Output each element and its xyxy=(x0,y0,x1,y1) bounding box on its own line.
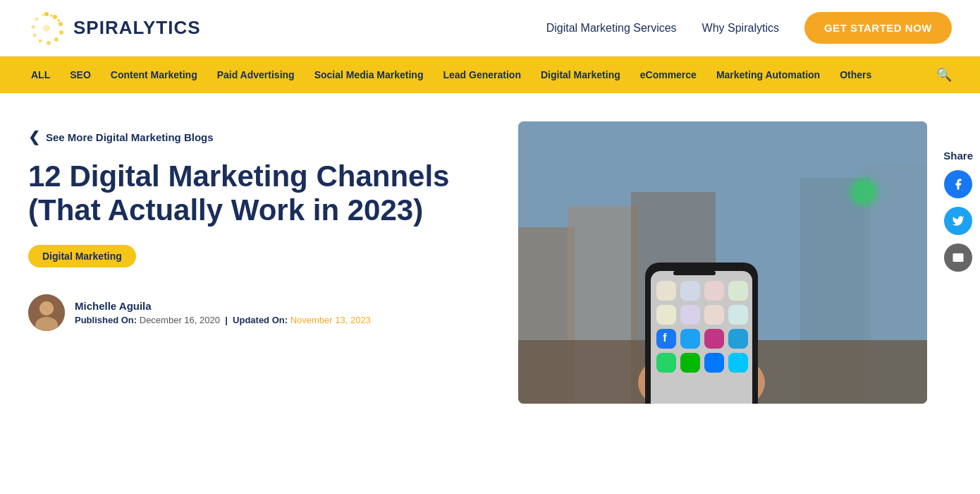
facebook-icon xyxy=(952,178,964,191)
svg-point-3 xyxy=(59,30,63,35)
svg-rect-30 xyxy=(680,281,700,301)
updated-label: Updated On: xyxy=(233,315,288,325)
svg-rect-32 xyxy=(728,281,748,301)
svg-point-11 xyxy=(50,14,53,17)
author-dates: Published On: December 16, 2020 | Update… xyxy=(75,315,371,325)
email-icon xyxy=(952,251,964,264)
svg-rect-39 xyxy=(680,329,700,349)
svg-point-13 xyxy=(43,25,50,32)
nav-item-ecommerce[interactable]: eCommerce xyxy=(630,56,706,93)
svg-point-17 xyxy=(39,301,54,315)
nav-item-social[interactable]: Social Media Marketing xyxy=(305,56,434,93)
nav-item-all[interactable]: ALL xyxy=(21,56,60,93)
nav-item-content[interactable]: Content Marketing xyxy=(101,56,207,93)
svg-point-1 xyxy=(53,15,57,19)
logo-icon xyxy=(28,10,65,47)
article-left-section: ❮ See More Digital Marketing Blogs 12 Di… xyxy=(28,121,465,404)
twitter-share-button[interactable] xyxy=(944,207,972,235)
svg-point-9 xyxy=(35,17,39,20)
facebook-share-button[interactable] xyxy=(944,170,972,198)
email-share-button[interactable] xyxy=(944,243,972,272)
search-icon[interactable]: 🔍 xyxy=(929,67,959,83)
svg-rect-40 xyxy=(704,329,724,349)
author-name: Michelle Aguila xyxy=(75,300,371,312)
avatar-image xyxy=(28,294,65,331)
svg-point-10 xyxy=(42,13,44,16)
back-arrow-icon: ❮ xyxy=(28,128,40,145)
back-link[interactable]: ❮ See More Digital Marketing Blogs xyxy=(28,128,465,145)
nav-item-automation[interactable]: Marketing Automation xyxy=(706,56,830,93)
svg-point-8 xyxy=(32,25,35,28)
share-sidebar: Share xyxy=(943,150,973,272)
why-spiralytics-nav-link[interactable]: Why Spiralytics xyxy=(702,22,779,35)
header-nav: Digital Marketing Services Why Spiralyti… xyxy=(546,12,952,44)
header: SPIRALYTICS Digital Marketing Services W… xyxy=(0,0,980,56)
svg-rect-31 xyxy=(704,281,724,301)
svg-rect-46 xyxy=(673,271,716,275)
svg-rect-43 xyxy=(680,353,700,373)
svg-point-24 xyxy=(850,178,878,206)
svg-rect-35 xyxy=(704,305,724,325)
updated-date: November 13, 2023 xyxy=(290,315,371,325)
svg-rect-42 xyxy=(656,353,676,373)
author-area: Michelle Aguila Published On: December 1… xyxy=(28,294,465,331)
svg-point-5 xyxy=(47,41,51,45)
share-label: Share xyxy=(943,150,973,162)
svg-rect-45 xyxy=(728,353,748,373)
svg-rect-41 xyxy=(728,329,748,349)
published-label: Published On: xyxy=(75,315,137,325)
main-content: ❮ See More Digital Marketing Blogs 12 Di… xyxy=(0,93,980,432)
nav-item-digital[interactable]: Digital Marketing xyxy=(531,56,630,93)
logo-text: SPIRALYTICS xyxy=(73,17,201,39)
svg-text:f: f xyxy=(663,332,667,344)
digital-marketing-nav-link[interactable]: Digital Marketing Services xyxy=(546,22,677,35)
article-featured-image: f xyxy=(518,121,927,404)
article-image-section: f xyxy=(494,121,952,404)
svg-point-6 xyxy=(39,39,42,42)
author-avatar xyxy=(28,294,65,331)
nav-item-others[interactable]: Others xyxy=(830,56,881,93)
get-started-button[interactable]: GET STARTED NOW xyxy=(804,12,952,44)
published-date: December 16, 2020 xyxy=(140,315,220,325)
svg-rect-29 xyxy=(656,281,676,301)
author-info: Michelle Aguila Published On: December 1… xyxy=(75,300,371,325)
pipe-separator: | xyxy=(225,315,228,325)
svg-rect-36 xyxy=(728,305,748,325)
svg-rect-34 xyxy=(680,305,700,325)
svg-rect-33 xyxy=(656,305,676,325)
nav-item-seo[interactable]: SEO xyxy=(60,56,101,93)
svg-point-0 xyxy=(44,12,49,16)
svg-point-12 xyxy=(57,19,60,22)
svg-point-2 xyxy=(59,22,63,26)
twitter-icon xyxy=(952,215,964,227)
svg-rect-44 xyxy=(704,353,724,373)
svg-point-7 xyxy=(33,33,37,37)
svg-point-4 xyxy=(54,37,59,42)
back-link-text: See More Digital Marketing Blogs xyxy=(46,131,214,143)
article-tag[interactable]: Digital Marketing xyxy=(28,245,136,267)
category-navbar: ALL SEO Content Marketing Paid Advertisi… xyxy=(0,56,980,93)
logo-area: SPIRALYTICS xyxy=(28,10,201,47)
article-title: 12 Digital Marketing Channels (That Actu… xyxy=(28,159,465,228)
nav-item-paid[interactable]: Paid Advertising xyxy=(207,56,305,93)
background-image-svg: f xyxy=(518,121,927,404)
nav-item-lead[interactable]: Lead Generation xyxy=(433,56,530,93)
